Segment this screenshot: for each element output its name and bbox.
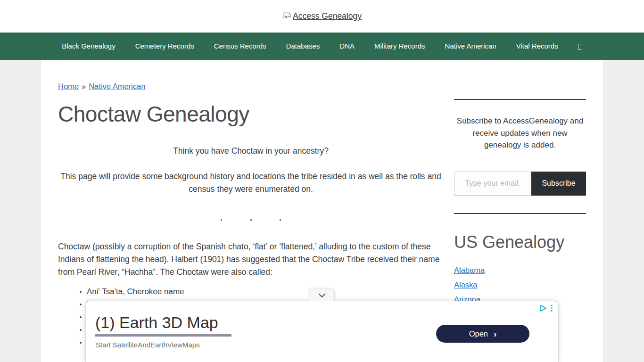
ad-collapse-button[interactable] <box>309 289 335 301</box>
search-icon <box>578 44 582 49</box>
intro-paragraph-2: This page will provide some background h… <box>58 170 444 196</box>
page-title: Choctaw Genealogy <box>58 101 444 127</box>
body-paragraph: Choctaw (possibly a corruption of the Sp… <box>58 240 444 279</box>
breadcrumb-home-link[interactable]: Home <box>58 82 79 90</box>
subscribe-button[interactable]: Subscribe <box>531 172 586 196</box>
nav-item-databases[interactable]: Databases <box>276 33 330 60</box>
state-link-alabama[interactable]: Alabama <box>454 263 485 278</box>
chevron-right-icon: › <box>494 329 496 338</box>
site-header: Access Genealogy <box>0 0 644 33</box>
main-nav: Black GenealogyCemetery RecordsCensus Re… <box>0 33 644 60</box>
nav-item-cemetery-records[interactable]: Cemetery Records <box>125 33 204 60</box>
ad-badges <box>539 304 553 312</box>
nav-list: Black GenealogyCemetery RecordsCensus Re… <box>52 33 568 60</box>
sidebar-divider-bottom <box>454 213 586 214</box>
nav-item-vital-records[interactable]: Vital Records <box>506 33 568 60</box>
sidebar-divider-top <box>454 99 586 100</box>
breadcrumb: Home»Native American <box>58 60 444 91</box>
breadcrumb-separator: » <box>82 82 86 90</box>
ad-banner: (1) Earth 3D Map Start SatelliteAndEarth… <box>85 301 559 362</box>
intro-paragraph-1: Think you have Choctaw in your ancestry? <box>58 145 444 157</box>
us-genealogy-title: US Genealogy <box>454 232 586 252</box>
subscribe-text: Subscribe to AccessGenealogy and receive… <box>454 115 586 151</box>
nav-item-military-records[interactable]: Military Records <box>364 33 435 60</box>
list-item: Ani' Tsa'ta, Cherokee name <box>58 285 444 298</box>
state-links: AlabamaAlaskaArizona <box>454 263 586 307</box>
ad-menu-dots-icon[interactable] <box>551 304 553 312</box>
chevron-down-icon <box>318 293 326 297</box>
ad-open-button[interactable]: Open › <box>436 325 529 343</box>
broken-image-icon <box>282 12 292 21</box>
subscribe-form: Subscribe <box>454 172 586 196</box>
nav-item-native-american[interactable]: Native American <box>435 33 506 60</box>
dots-divider <box>221 219 281 221</box>
ad-title-link[interactable]: (1) Earth 3D Map <box>95 313 218 332</box>
adchoices-icon[interactable] <box>539 304 547 312</box>
site-logo-link[interactable]: Access Genealogy <box>282 11 362 21</box>
nav-search-button[interactable] <box>568 33 592 60</box>
nav-item-dna[interactable]: DNA <box>330 33 364 60</box>
nav-item-census-records[interactable]: Census Records <box>204 33 276 60</box>
breadcrumb-native-american-link[interactable]: Native American <box>89 82 145 90</box>
site-logo-text: Access Genealogy <box>293 11 362 21</box>
state-link-alaska[interactable]: Alaska <box>454 278 478 292</box>
ad-title-underline <box>95 334 231 337</box>
nav-item-black-genealogy[interactable]: Black Genealogy <box>52 33 125 60</box>
email-input[interactable] <box>454 172 531 196</box>
ad-open-label: Open <box>469 329 488 338</box>
